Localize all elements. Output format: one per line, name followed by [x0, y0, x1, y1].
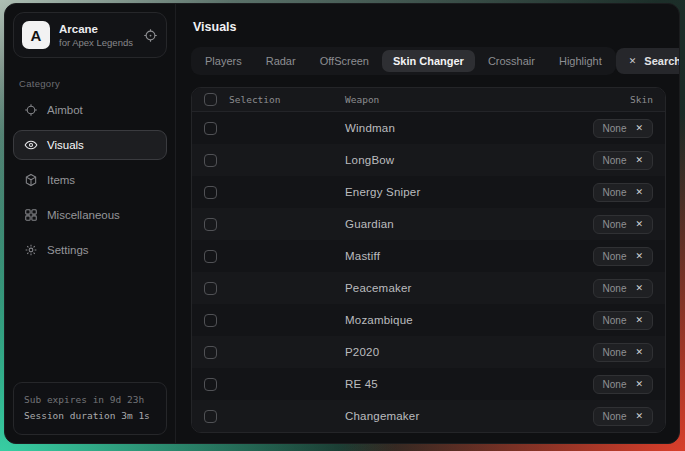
table-row: Changemaker None ✕ — [192, 400, 665, 432]
sidebar-item-miscellaneous[interactable]: Miscellaneous — [13, 200, 167, 230]
row-checkbox[interactable] — [204, 314, 217, 327]
toolbar: PlayersRadarOffScreenSkin ChangerCrossha… — [191, 47, 666, 75]
remove-skin-icon[interactable]: ✕ — [635, 379, 643, 389]
skin-badge[interactable]: None ✕ — [593, 407, 653, 426]
tab-offscreen[interactable]: OffScreen — [309, 50, 380, 72]
skin-badge[interactable]: None ✕ — [593, 375, 653, 394]
sidebar-item-aimbot[interactable]: Aimbot — [13, 95, 167, 125]
sidebar-item-label: Items — [47, 174, 75, 186]
table-body: Windman None ✕ LongBow None ✕ Energy Sni… — [192, 112, 665, 432]
table-row: LongBow None ✕ — [192, 144, 665, 176]
sub-expiry-text: Sub expires in 9d 23h — [24, 392, 156, 409]
box-icon — [24, 173, 38, 187]
table-row: P2020 None ✕ — [192, 336, 665, 368]
weapon-name: LongBow — [345, 154, 583, 166]
tab-skin-changer[interactable]: Skin Changer — [382, 50, 475, 72]
row-checkbox[interactable] — [204, 410, 217, 423]
subscription-card: Sub expires in 9d 23h Session duration 3… — [13, 382, 167, 435]
skin-badge[interactable]: None ✕ — [593, 279, 653, 298]
gear-icon — [24, 243, 38, 257]
table-row: Windman None ✕ — [192, 112, 665, 144]
skin-badge-label: None — [603, 187, 627, 198]
row-checkbox[interactable] — [204, 250, 217, 263]
table-row: Peacemaker None ✕ — [192, 272, 665, 304]
weapon-name: Changemaker — [345, 410, 583, 422]
remove-skin-icon[interactable]: ✕ — [635, 123, 643, 133]
brand-card: A Arcane for Apex Legends — [13, 12, 167, 58]
weapon-name: Energy Sniper — [345, 186, 583, 198]
sidebar-nav: Aimbot Visuals Items Miscellaneous Setti… — [5, 95, 175, 265]
tab-players[interactable]: Players — [194, 50, 253, 72]
crosshair-icon — [24, 103, 38, 117]
row-checkbox[interactable] — [204, 186, 217, 199]
search-button[interactable]: ✕ Search — [616, 48, 680, 74]
weapon-name: P2020 — [345, 346, 583, 358]
weapon-name: Mozambique — [345, 314, 583, 326]
remove-skin-icon[interactable]: ✕ — [635, 347, 643, 357]
row-checkbox[interactable] — [204, 218, 217, 231]
remove-skin-icon[interactable]: ✕ — [635, 219, 643, 229]
table-header: Selection Weapon Skin — [192, 88, 665, 112]
table-row: Guardian None ✕ — [192, 208, 665, 240]
skin-badge[interactable]: None ✕ — [593, 151, 653, 170]
weapon-name: Guardian — [345, 218, 583, 230]
main-panel: Visuals PlayersRadarOffScreenSkin Change… — [176, 4, 679, 443]
weapon-name: Windman — [345, 122, 583, 134]
skin-badge[interactable]: None ✕ — [593, 247, 653, 266]
skin-badge-label: None — [603, 315, 627, 326]
sidebar-item-label: Settings — [47, 244, 89, 256]
column-header-skin: Skin — [630, 94, 653, 105]
category-label: Category — [19, 78, 161, 89]
remove-skin-icon[interactable]: ✕ — [635, 155, 643, 165]
row-checkbox[interactable] — [204, 154, 217, 167]
sidebar-item-items[interactable]: Items — [13, 165, 167, 195]
skin-badge[interactable]: None ✕ — [593, 215, 653, 234]
skin-badge[interactable]: None ✕ — [593, 183, 653, 202]
weapon-name: Mastiff — [345, 250, 583, 262]
weapon-name: Peacemaker — [345, 282, 583, 294]
search-x-icon: ✕ — [629, 56, 637, 66]
skin-badge[interactable]: None ✕ — [593, 119, 653, 138]
app-subtitle: for Apex Legends — [59, 37, 134, 48]
sidebar-item-label: Miscellaneous — [47, 209, 120, 221]
column-header-selection: Selection — [229, 94, 335, 105]
row-checkbox[interactable] — [204, 282, 217, 295]
tab-bar: PlayersRadarOffScreenSkin ChangerCrossha… — [191, 47, 616, 75]
remove-skin-icon[interactable]: ✕ — [635, 187, 643, 197]
column-header-weapon: Weapon — [345, 94, 620, 105]
skin-badge[interactable]: None ✕ — [593, 311, 653, 330]
table-row: Energy Sniper None ✕ — [192, 176, 665, 208]
app-name: Arcane — [59, 23, 134, 35]
remove-skin-icon[interactable]: ✕ — [635, 315, 643, 325]
skin-badge-label: None — [603, 283, 627, 294]
app-window: A Arcane for Apex Legends Category Aimbo… — [4, 3, 680, 444]
skin-badge-label: None — [603, 123, 627, 134]
tab-crosshair[interactable]: Crosshair — [477, 50, 546, 72]
page-title: Visuals — [193, 20, 666, 34]
sidebar-item-settings[interactable]: Settings — [13, 235, 167, 265]
skin-badge-label: None — [603, 347, 627, 358]
row-checkbox[interactable] — [204, 122, 217, 135]
remove-skin-icon[interactable]: ✕ — [635, 251, 643, 261]
skin-badge-label: None — [603, 379, 627, 390]
skin-badge-label: None — [603, 155, 627, 166]
brand-text: Arcane for Apex Legends — [59, 23, 134, 48]
sidebar-item-label: Aimbot — [47, 104, 83, 116]
skin-badge[interactable]: None ✕ — [593, 343, 653, 362]
skin-badge-label: None — [603, 219, 627, 230]
tab-radar[interactable]: Radar — [255, 50, 307, 72]
eye-icon — [24, 138, 38, 152]
target-icon[interactable] — [143, 28, 158, 43]
row-checkbox[interactable] — [204, 346, 217, 359]
remove-skin-icon[interactable]: ✕ — [635, 283, 643, 293]
sidebar-item-visuals[interactable]: Visuals — [13, 130, 167, 160]
skin-badge-label: None — [603, 411, 627, 422]
weapon-name: RE 45 — [345, 378, 583, 390]
search-button-label: Search — [644, 55, 680, 67]
row-checkbox[interactable] — [204, 378, 217, 391]
skin-badge-label: None — [603, 251, 627, 262]
tab-highlight[interactable]: Highlight — [548, 50, 613, 72]
table-row: RE 45 None ✕ — [192, 368, 665, 400]
remove-skin-icon[interactable]: ✕ — [635, 411, 643, 421]
select-all-checkbox[interactable] — [204, 93, 217, 106]
